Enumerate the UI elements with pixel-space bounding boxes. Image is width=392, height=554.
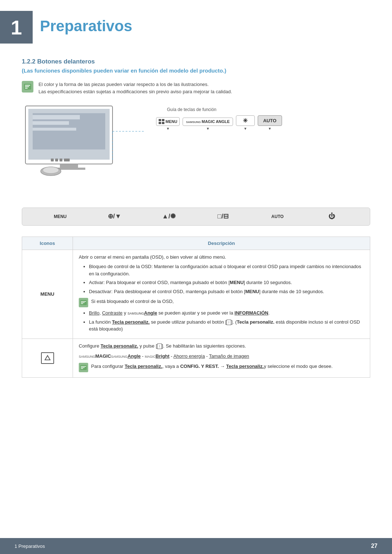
monitor-illustration xyxy=(22,102,152,184)
table-row-personaliz: Configure Tecla personaliz. y pulse [↑].… xyxy=(22,338,370,377)
chapter-title: Preparativos xyxy=(40,11,132,35)
table-header-description: Descripción xyxy=(73,237,370,250)
svg-marker-24 xyxy=(45,356,50,360)
table-row-menu: MENU Abrir o cerrar el menú en pantalla … xyxy=(22,250,370,339)
btn-pip: □/⊟ xyxy=(209,212,238,221)
features-table: Iconos Descripción MENU Abrir o cerrar e… xyxy=(22,237,370,378)
samsung-magic-key-button: SAMSUNG MAGIC ANGLE ▼ xyxy=(183,118,233,131)
menu-desc-intro: Abrir o cerrar el menú en pantalla (OSD)… xyxy=(79,254,364,261)
svg-rect-14 xyxy=(33,121,69,125)
chapter-number: 1 xyxy=(11,16,22,39)
svg-rect-11 xyxy=(60,159,62,161)
btn-auto: AUTO xyxy=(263,214,292,219)
chapter-number-block: 1 xyxy=(0,11,33,44)
note-text: El color y la forma de las piezas pueden… xyxy=(38,81,232,95)
auto-arrow: ▼ xyxy=(268,127,271,131)
menu-bullet-1: Bloqueo de control de la OSD: Mantener l… xyxy=(89,263,364,277)
svg-rect-10 xyxy=(55,159,58,161)
menu-key-body: MENU xyxy=(156,117,180,126)
table-header-icons: Iconos xyxy=(22,237,73,250)
personaliz-note-text: Para configurar Tecla personaliz., vaya … xyxy=(91,363,332,370)
menu-bullet-3: Desactivar: Para desbloquear el control … xyxy=(89,288,364,295)
menu-bullet-list: Bloqueo de control de la OSD: Mantener l… xyxy=(79,263,364,295)
svg-point-17 xyxy=(43,167,59,173)
btn-menu: MENU xyxy=(46,214,75,219)
menu-icon-cell: MENU xyxy=(22,250,73,339)
personaliz-options: SAMSUNGMAGICSAMSUNGAngle - MAGICBright -… xyxy=(79,353,364,360)
btn-brightness-up: ▲/✺ xyxy=(154,212,183,221)
samsung-magic-arrow: ▼ xyxy=(206,127,210,131)
personaliz-desc-cell: Configure Tecla personaliz. y pulse [↑].… xyxy=(73,338,370,377)
key-buttons-row: MENU ▼ SAMSUNG MAGIC ANGLE ▼ ✳ xyxy=(156,115,282,131)
svg-rect-13 xyxy=(33,115,80,119)
svg-rect-7 xyxy=(60,164,78,168)
menu-note-icon xyxy=(79,298,88,307)
personaliz-icon-cell xyxy=(22,338,73,377)
btn-power: ⏻ xyxy=(317,213,346,221)
page-header: 1 Preparativos xyxy=(0,0,392,51)
samsung-magic-key-body: SAMSUNG MAGIC ANGLE xyxy=(183,118,233,126)
menu-bullet-list-2: Brillo, Contraste y SAMSUNGAngle se pued… xyxy=(79,309,364,333)
section-subtitle: (Las funciones disponibles pueden variar… xyxy=(22,67,370,74)
personaliz-note: Para configurar Tecla personaliz., vaya … xyxy=(79,363,364,372)
main-content: 1.2.2 Botones delanteros (Las funciones … xyxy=(0,51,392,392)
menu-note: Si está bloqueado el control de la OSD, xyxy=(79,298,364,307)
note-block: El color y la forma de las piezas pueden… xyxy=(22,81,370,95)
personaliz-note-icon xyxy=(79,363,88,372)
menu-squares-icon xyxy=(159,119,164,124)
footer-page-number: 27 xyxy=(371,543,377,549)
menu-label: MENU xyxy=(40,291,54,298)
monitor-area: Guía de teclas de función MENU ▼ xyxy=(22,102,370,197)
up-arrow-icon xyxy=(41,352,54,364)
brightness-key-button: ✳ ▼ xyxy=(236,115,255,131)
personaliz-desc-intro: Configure Tecla personaliz. y pulse [↑].… xyxy=(79,342,364,350)
menu-bullet-4: Brillo, Contraste y SAMSUNGAngle se pued… xyxy=(89,309,364,317)
auto-key-body: AUTO xyxy=(258,115,282,126)
page-footer: 1 Preparativos 27 xyxy=(0,538,392,554)
note-icon xyxy=(22,81,33,93)
menu-note-text: Si está bloqueado el control de la OSD, xyxy=(91,298,174,305)
svg-rect-12 xyxy=(64,159,70,161)
guide-label: Guía de teclas de función xyxy=(167,107,216,112)
menu-desc-cell: Abrir o cerrar el menú en pantalla (OSD)… xyxy=(73,250,370,339)
brightness-arrow: ▼ xyxy=(244,127,247,131)
menu-key-arrow: ▼ xyxy=(166,127,170,131)
section-title: 1.2.2 Botones delanteros xyxy=(22,58,370,65)
btn-source-down: ⊕/▼ xyxy=(100,212,129,221)
svg-rect-15 xyxy=(33,128,76,131)
footer-left-text: 1 Preparativos xyxy=(15,543,45,549)
button-bar: MENU ⊕/▼ ▲/✺ □/⊟ AUTO ⏻ xyxy=(22,208,370,226)
svg-rect-9 xyxy=(51,159,54,161)
menu-bullet-2: Activar: Para bloquear el control OSD, m… xyxy=(89,279,364,286)
menu-key-button: MENU ▼ xyxy=(156,117,180,131)
brightness-key-body: ✳ xyxy=(236,115,255,126)
menu-bullet-5: La función Tecla personaliz. se puede ut… xyxy=(89,319,364,333)
auto-key-button: AUTO ▼ xyxy=(258,115,282,131)
